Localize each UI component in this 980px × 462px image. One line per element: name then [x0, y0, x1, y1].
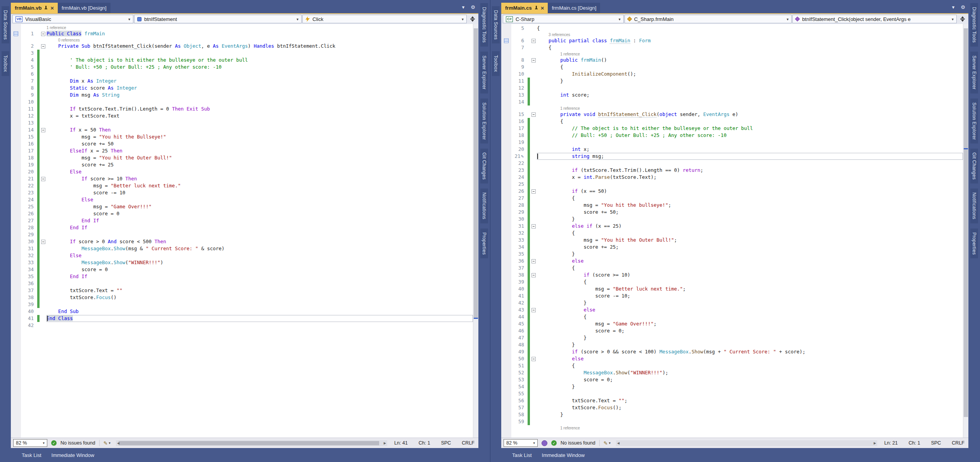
- glyph-margin[interactable]: [11, 308, 21, 315]
- code-line[interactable]: }: [537, 216, 963, 223]
- scroll-left-arrow-icon[interactable]: ◀: [617, 441, 619, 445]
- glyph-margin[interactable]: [11, 168, 21, 175]
- vertical-scrollbar[interactable]: [473, 24, 478, 438]
- line-number[interactable]: 15: [21, 133, 37, 140]
- tab-frmmain-cs[interactable]: frmMain.cs ×: [501, 3, 548, 13]
- line-number[interactable]: 38: [511, 272, 528, 279]
- code-line[interactable]: }: [537, 341, 963, 348]
- code-line[interactable]: txtScore.Focus();: [537, 404, 963, 411]
- fold-toggle[interactable]: [531, 39, 536, 43]
- glyph-margin[interactable]: [501, 397, 511, 404]
- line-number[interactable]: 41: [21, 315, 37, 322]
- glyph-margin[interactable]: [501, 355, 511, 362]
- tool-window-tab[interactable]: Data Sources: [2, 6, 9, 43]
- code-line[interactable]: score -= 10;: [537, 292, 963, 299]
- glyph-margin[interactable]: [11, 43, 21, 50]
- glyph-margin[interactable]: [11, 245, 21, 252]
- glyph-margin[interactable]: [501, 99, 511, 106]
- glyph-margin[interactable]: [501, 244, 511, 251]
- glyph-margin[interactable]: [501, 51, 511, 57]
- code-line[interactable]: }: [537, 251, 963, 258]
- glyph-margin[interactable]: [501, 411, 511, 418]
- code-line[interactable]: else: [537, 306, 963, 313]
- code-line[interactable]: [537, 139, 963, 146]
- line-number[interactable]: [21, 25, 37, 30]
- line-number[interactable]: 24: [511, 174, 528, 181]
- glyph-margin[interactable]: [501, 139, 511, 146]
- horizontal-scrollbar[interactable]: ◀ ▶: [616, 440, 877, 446]
- code-line[interactable]: Else: [47, 196, 473, 203]
- line-number[interactable]: 48: [511, 341, 528, 348]
- line-ending-indicator[interactable]: CRLF: [952, 440, 964, 446]
- tool-window-tab[interactable]: Data Sources: [492, 6, 500, 43]
- code-line[interactable]: else: [537, 355, 963, 362]
- code-line[interactable]: End If: [47, 217, 473, 224]
- code-line[interactable]: Else: [47, 168, 473, 175]
- line-number[interactable]: 42: [21, 322, 37, 329]
- glyph-margin[interactable]: [501, 64, 511, 71]
- split-view-button[interactable]: [958, 15, 968, 23]
- glyph-margin[interactable]: [501, 118, 511, 125]
- code-line[interactable]: score += 25: [47, 161, 473, 168]
- line-number[interactable]: 22: [21, 182, 37, 189]
- line-number[interactable]: 2: [21, 43, 37, 50]
- code-line[interactable]: If score > 0 And score < 500 Then: [47, 238, 473, 245]
- code-line[interactable]: msg = "You hit the Outer Bull!";: [537, 237, 963, 244]
- glyph-margin[interactable]: [501, 299, 511, 306]
- code-line[interactable]: 1 reference: [537, 425, 963, 431]
- code-line[interactable]: [47, 71, 473, 78]
- line-number[interactable]: 25: [21, 203, 37, 210]
- glyph-margin[interactable]: [11, 196, 21, 203]
- glyph-margin[interactable]: [11, 217, 21, 224]
- line-number[interactable]: 57: [511, 404, 528, 411]
- code-line[interactable]: 1 reference: [47, 25, 473, 30]
- pin-icon[interactable]: [535, 6, 538, 10]
- code-line[interactable]: 1 reference: [537, 51, 963, 57]
- line-number[interactable]: 33: [21, 259, 37, 266]
- code-line[interactable]: msg = "You hit the Outer Bull!": [47, 154, 473, 161]
- code-line[interactable]: {: [537, 230, 963, 237]
- code-line[interactable]: // The object is to hit either the bulle…: [537, 125, 963, 132]
- line-number[interactable]: 22: [511, 160, 528, 167]
- line-number[interactable]: 36: [511, 258, 528, 265]
- scroll-right-arrow-icon[interactable]: ▶: [874, 441, 876, 445]
- code-line[interactable]: {: [537, 44, 963, 51]
- code-line[interactable]: [537, 160, 963, 167]
- glyph-margin[interactable]: [501, 209, 511, 216]
- line-number[interactable]: 21: [21, 175, 37, 182]
- line-number[interactable]: 32: [511, 230, 528, 237]
- line-number[interactable]: 44: [511, 313, 528, 320]
- line-number[interactable]: 58: [511, 411, 528, 418]
- line-number[interactable]: 50: [511, 355, 528, 362]
- scroll-left-arrow-icon[interactable]: ◀: [117, 441, 119, 445]
- fold-toggle[interactable]: [41, 177, 45, 181]
- glyph-margin[interactable]: [501, 390, 511, 397]
- code-line[interactable]: else if (x == 25): [537, 223, 963, 230]
- code-line[interactable]: else: [537, 258, 963, 265]
- line-number[interactable]: 54: [511, 383, 528, 390]
- tool-window-tab[interactable]: Properties: [480, 228, 488, 259]
- code-line[interactable]: msg = "You hit the bullseye!";: [537, 202, 963, 209]
- codelens-label[interactable]: 1 reference: [560, 52, 580, 56]
- glyph-margin[interactable]: [501, 92, 511, 99]
- code-line[interactable]: Dim x As Integer: [47, 78, 473, 85]
- tab-frmmain-vb[interactable]: frmMain.vb ×: [11, 3, 58, 13]
- code-line[interactable]: 3 references: [537, 32, 963, 37]
- glyph-margin[interactable]: [501, 286, 511, 292]
- code-line[interactable]: score += 50: [47, 140, 473, 147]
- line-number[interactable]: 51: [511, 362, 528, 369]
- code-line[interactable]: [537, 390, 963, 397]
- code-line[interactable]: If x = 50 Then: [47, 126, 473, 133]
- glyph-margin[interactable]: [501, 125, 511, 132]
- code-line[interactable]: if (x == 50): [537, 188, 963, 195]
- code-line[interactable]: ' The object is to hit either the bulles…: [47, 57, 473, 64]
- glyph-margin[interactable]: [11, 25, 21, 30]
- line-number[interactable]: 11: [511, 78, 528, 85]
- code-line[interactable]: if (score > 0 && score < 100) MessageBox…: [537, 348, 963, 355]
- glyph-margin[interactable]: [501, 272, 511, 279]
- code-line[interactable]: Public Class frmMain: [47, 30, 473, 37]
- fold-toggle[interactable]: [41, 128, 45, 132]
- line-number[interactable]: 43: [511, 306, 528, 313]
- glyph-margin[interactable]: [11, 112, 21, 119]
- line-number[interactable]: 41: [511, 292, 528, 299]
